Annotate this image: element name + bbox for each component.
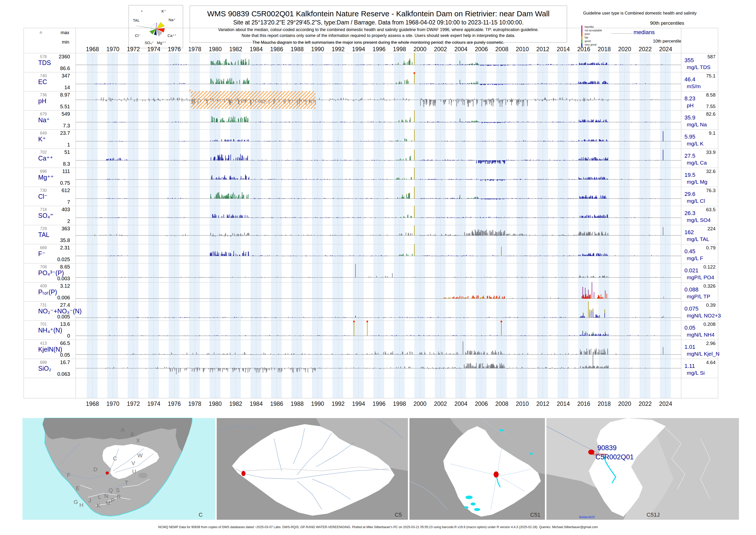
bar	[337, 217, 337, 217]
bar	[374, 100, 375, 100]
bar	[391, 122, 391, 123]
bar	[221, 253, 221, 256]
bar	[471, 335, 472, 336]
bar	[195, 277, 195, 278]
bar	[528, 198, 529, 198]
bar	[101, 97, 102, 99]
bar	[184, 65, 185, 65]
bar	[353, 100, 354, 101]
bar	[339, 256, 340, 256]
bar	[117, 100, 118, 100]
bar	[220, 178, 220, 179]
bar	[607, 179, 607, 179]
bar	[451, 353, 451, 354]
bar	[653, 354, 654, 355]
bar	[442, 84, 443, 84]
bar	[332, 65, 332, 65]
bar	[313, 141, 314, 141]
bar	[480, 141, 481, 142]
bar	[508, 160, 508, 160]
bar	[240, 141, 240, 141]
bar	[591, 310, 592, 318]
bar	[470, 233, 470, 236]
bar	[400, 367, 401, 368]
bar	[121, 318, 121, 318]
bar	[392, 368, 392, 368]
bar	[261, 277, 262, 278]
bar	[513, 84, 514, 84]
bar	[407, 335, 407, 336]
bar	[442, 256, 442, 256]
bar	[580, 121, 580, 122]
bar	[618, 198, 618, 199]
bar	[569, 179, 570, 180]
bar	[518, 100, 518, 106]
bar	[432, 160, 432, 161]
bar	[185, 160, 186, 161]
bar	[281, 218, 282, 218]
bar	[433, 336, 434, 336]
bar	[557, 336, 558, 336]
bar	[267, 160, 268, 161]
bar	[571, 199, 572, 199]
bar	[580, 232, 580, 236]
bar	[261, 160, 262, 160]
bar	[421, 84, 422, 84]
bar	[556, 218, 556, 218]
year-tick-bottom: 1978	[186, 401, 204, 408]
bar	[505, 336, 505, 336]
bar	[495, 141, 496, 142]
bar	[425, 218, 426, 218]
bar	[240, 154, 241, 160]
bar	[588, 235, 589, 236]
bar	[409, 336, 410, 336]
bar	[412, 277, 412, 277]
bar	[346, 368, 346, 368]
bar	[595, 141, 596, 141]
bar	[402, 368, 402, 368]
bar	[325, 218, 325, 218]
bar	[261, 218, 262, 218]
bar	[124, 84, 124, 84]
bar	[431, 256, 432, 256]
bar	[246, 99, 247, 100]
bar	[544, 256, 545, 256]
bar	[424, 64, 424, 65]
bar	[602, 179, 603, 180]
bar	[382, 256, 382, 256]
lake	[471, 502, 476, 505]
bar	[508, 141, 508, 141]
row-plot-K⁺	[76, 129, 681, 149]
bar	[441, 180, 442, 180]
bar	[289, 160, 290, 161]
bar	[631, 218, 631, 218]
year-tick-bottom: 1984	[247, 401, 265, 408]
bar	[573, 298, 573, 299]
bar	[539, 336, 540, 336]
bar-tip	[605, 331, 606, 333]
bar	[319, 98, 320, 99]
bar	[592, 196, 593, 198]
row-max-value: 2360	[46, 54, 70, 60]
bar	[456, 256, 457, 256]
bar	[503, 180, 504, 180]
bar	[476, 256, 477, 256]
bar	[187, 368, 188, 368]
bar	[113, 256, 113, 256]
bar	[450, 236, 450, 236]
bar	[513, 256, 514, 256]
bar	[253, 336, 253, 336]
bar	[548, 217, 549, 218]
bar	[110, 84, 110, 84]
bar	[345, 64, 345, 65]
bar	[225, 235, 225, 236]
bar	[457, 84, 458, 84]
bar	[633, 84, 633, 84]
bar	[248, 252, 249, 256]
bar	[485, 180, 486, 180]
bar	[541, 160, 542, 161]
bar	[530, 84, 530, 84]
bar	[335, 336, 336, 336]
bar	[602, 335, 603, 336]
bar	[547, 198, 547, 199]
